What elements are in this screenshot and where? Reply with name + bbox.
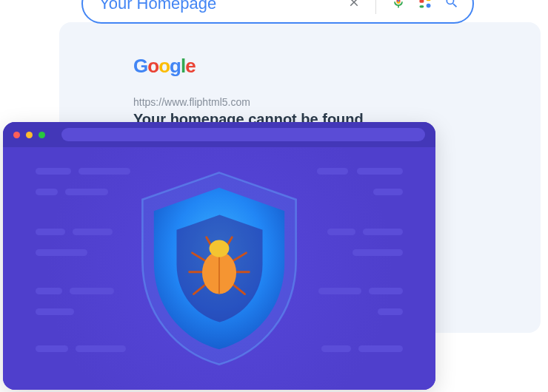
skeleton-line (358, 345, 403, 352)
skeleton-line (357, 168, 403, 175)
voice-search-icon[interactable] (391, 0, 406, 13)
skeleton-line (36, 249, 87, 256)
divider (375, 0, 376, 14)
search-icon[interactable] (444, 0, 459, 13)
skeleton-line (36, 168, 71, 175)
svg-point-5 (210, 240, 230, 257)
minimize-dot[interactable] (26, 132, 33, 138)
skeleton-line (378, 308, 403, 315)
bug-icon (184, 232, 255, 305)
skeleton-line (36, 229, 65, 235)
search-input[interactable]: Your Homepage (99, 0, 347, 13)
search-icon-group (347, 0, 459, 14)
skeleton-line (73, 229, 113, 235)
skeleton-line (36, 288, 62, 294)
skeleton-line (70, 288, 114, 294)
skeleton-line (36, 308, 74, 315)
skeleton-line (321, 345, 351, 352)
clear-icon[interactable] (347, 0, 361, 12)
search-bar[interactable]: Your Homepage (81, 0, 474, 24)
skeleton-line (65, 189, 108, 195)
skeleton-line (373, 189, 403, 195)
svg-rect-0 (420, 0, 424, 3)
window-body (3, 147, 435, 390)
skeleton-line (369, 288, 403, 294)
skeleton-line (318, 288, 361, 294)
skeleton-line (76, 345, 126, 352)
svg-rect-1 (427, 0, 431, 1)
zoom-dot[interactable] (39, 132, 45, 138)
shield-illustration (123, 165, 315, 372)
skeleton-line (352, 249, 403, 256)
skeleton-line (36, 345, 68, 352)
skeleton-line (36, 189, 58, 195)
result-url: https://www.fliphtml5.com (133, 96, 250, 108)
image-search-icon[interactable] (418, 0, 432, 13)
window-titlebar (3, 122, 435, 147)
address-bar (61, 128, 425, 141)
svg-point-3 (427, 4, 431, 8)
skeleton-line (363, 229, 403, 235)
close-dot[interactable] (13, 132, 20, 138)
skeleton-line (317, 168, 348, 175)
svg-rect-2 (420, 5, 424, 7)
security-window (3, 122, 435, 390)
google-logo: Google (133, 55, 196, 78)
skeleton-line (327, 229, 355, 235)
